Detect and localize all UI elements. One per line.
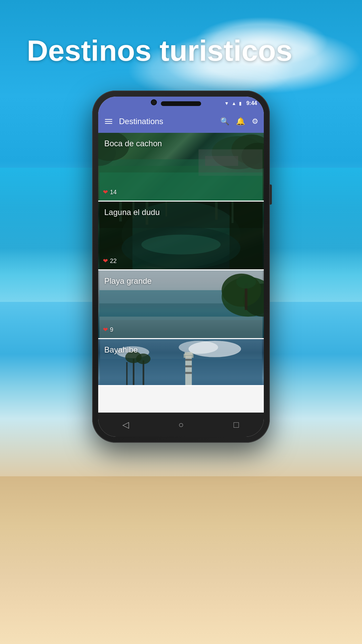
svg-rect-39 — [126, 362, 128, 385]
navigation-bar: ◁ ○ □ — [98, 413, 264, 437]
phone-camera — [151, 99, 157, 105]
heart-icon-2: ❤ — [103, 257, 108, 265]
phone-mockup: ▼ ▲ ▮ 9:44 Destinations 🔍 🔔 ⚙ — [92, 91, 270, 443]
svg-rect-44 — [185, 365, 192, 367]
status-time: 9:44 — [246, 100, 257, 106]
card-likes-3: ❤ 9 — [103, 326, 113, 333]
svg-rect-19 — [166, 202, 167, 216]
svg-point-38 — [136, 354, 150, 364]
battery-icon: ▮ — [239, 101, 242, 106]
svg-rect-24 — [100, 317, 263, 338]
svg-point-33 — [179, 341, 218, 354]
destination-card-1[interactable]: Boca de cachon ❤ 14 — [98, 133, 264, 202]
card-name-1: Boca de cachon — [104, 139, 162, 148]
signal-icon: ▲ — [232, 101, 236, 106]
destination-card-3[interactable]: Playa grande ❤ 9 — [98, 270, 264, 339]
svg-rect-9 — [205, 156, 238, 166]
svg-rect-13 — [230, 202, 263, 269]
back-button[interactable]: ◁ — [117, 416, 134, 433]
phone-speaker — [161, 101, 201, 106]
menu-line-3 — [105, 123, 112, 124]
phone-screen: ▼ ▲ ▮ 9:44 Destinations 🔍 🔔 ⚙ — [98, 97, 264, 437]
destination-card-4[interactable]: Bayahibe — [98, 339, 264, 386]
page-title: Destinos turisticos — [27, 34, 292, 68]
app-title: Destinations — [119, 117, 215, 126]
wifi-icon: ▼ — [224, 101, 229, 106]
svg-point-29 — [236, 275, 256, 288]
phone-side-button — [270, 184, 272, 205]
app-bar: Destinations 🔍 🔔 ⚙ — [98, 110, 264, 133]
notification-icon[interactable]: 🔔 — [236, 117, 245, 126]
heart-icon-1: ❤ — [103, 189, 108, 196]
svg-rect-8 — [100, 172, 263, 201]
menu-line-1 — [105, 119, 112, 120]
card-likes-2: ❤ 22 — [103, 257, 117, 265]
card-name-3: Playa grande — [104, 276, 152, 286]
app-bar-actions: 🔍 🔔 ⚙ — [220, 117, 258, 126]
settings-icon[interactable]: ⚙ — [252, 117, 258, 126]
svg-rect-45 — [185, 372, 192, 374]
home-button[interactable]: ○ — [173, 416, 189, 433]
like-count-2: 22 — [110, 258, 117, 265]
status-icons: ▼ ▲ ▮ 9:44 — [224, 100, 257, 106]
like-count-1: 14 — [110, 189, 117, 196]
svg-rect-21 — [232, 202, 234, 223]
svg-point-15 — [141, 235, 221, 255]
search-icon[interactable]: 🔍 — [220, 117, 229, 126]
recent-button[interactable]: □ — [228, 416, 245, 433]
svg-rect-43 — [185, 359, 192, 361]
svg-rect-37 — [143, 361, 144, 385]
content-area: Boca de cachon ❤ 14 — [98, 133, 264, 413]
menu-line-2 — [105, 121, 112, 122]
destination-card-2[interactable]: Laguna el dudu ❤ 22 — [98, 202, 264, 270]
like-count-3: 9 — [110, 326, 113, 333]
card-name-4: Bayahibe — [104, 345, 138, 355]
beach-sand — [0, 476, 362, 644]
svg-rect-42 — [185, 352, 192, 355]
menu-button[interactable] — [104, 118, 114, 125]
card-likes-1: ❤ 14 — [103, 189, 117, 196]
svg-rect-31 — [100, 359, 262, 385]
svg-rect-20 — [215, 202, 218, 220]
heart-icon-3: ❤ — [103, 326, 108, 333]
phone-body: ▼ ▲ ▮ 9:44 Destinations 🔍 🔔 ⚙ — [92, 91, 270, 443]
card-name-2: Laguna el dudu — [104, 208, 160, 217]
